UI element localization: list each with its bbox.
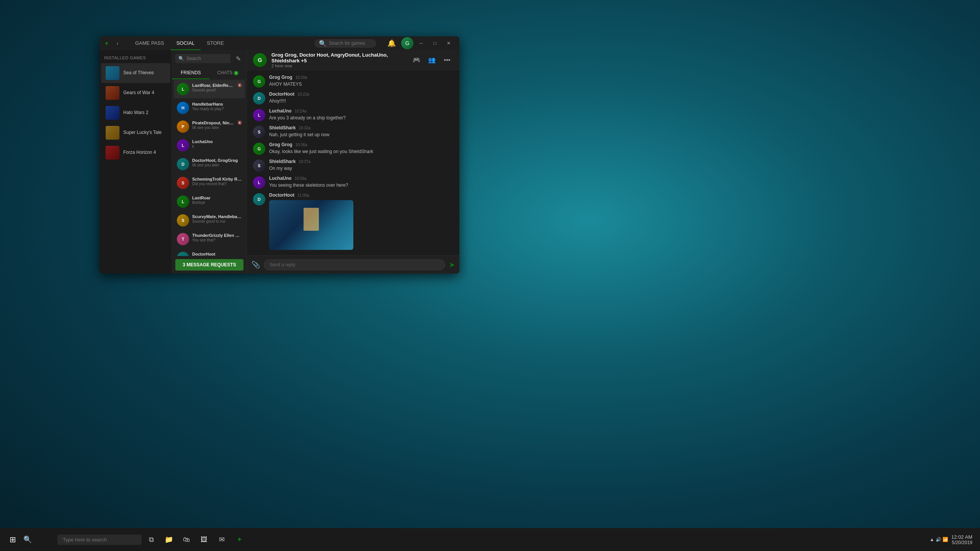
- game-thumb-hw: [106, 106, 119, 120]
- photos-icon[interactable]: 🖼: [196, 531, 212, 548]
- chat-item-name: PirateDropout, Ninjalchi: [192, 121, 234, 125]
- message-sender: DoctorHoot: [269, 91, 294, 97]
- chat-item-preview: You ready to play?: [192, 107, 242, 111]
- taskbar-search-input[interactable]: [57, 535, 142, 545]
- message-header: DoctorHoot 11:00a: [269, 192, 453, 198]
- list-item[interactable]: D DoctorHoot, GrogGrog 0k see you later: [174, 155, 245, 173]
- message-time: 10:37a: [299, 160, 310, 164]
- reply-input[interactable]: [264, 259, 445, 270]
- list-item[interactable]: L LastRoar, ElderRed, Grog Grog, H... So…: [174, 80, 245, 98]
- file-explorer-icon[interactable]: 📁: [161, 531, 177, 548]
- message-header: Grog Grog 10:20a: [269, 75, 453, 80]
- message-content: ShieldShark 10:37a On my way: [269, 159, 453, 172]
- back-button[interactable]: ‹: [112, 38, 123, 49]
- message-avatar: L: [253, 109, 265, 121]
- more-options-button[interactable]: •••: [441, 54, 453, 66]
- list-item[interactable]: P PirateDropout, Ninjalchi 0k see you la…: [174, 117, 245, 136]
- notification-bell-icon[interactable]: 🔔: [384, 36, 400, 51]
- list-item[interactable]: L LuchaUno k: [174, 136, 245, 155]
- maximize-button[interactable]: □: [429, 38, 441, 49]
- chat-avatar: S: [177, 177, 189, 189]
- sidebar-item-halo-wars[interactable]: Halo Wars 2: [101, 103, 170, 123]
- xbox-app-window: ✦ ‹ GAME PASS SOCIAL STORE 🔍 🔔 G ─ □ ✕ I…: [100, 36, 459, 274]
- taskbar-clock: 12:02 AM 5/20/2019: [951, 534, 972, 545]
- chat-item-name: ScurvyMate, HandlebarHans, Last... +5: [192, 214, 242, 219]
- message-group: D DoctorHoot 11:00a: [253, 192, 453, 250]
- search-bar[interactable]: 🔍: [315, 39, 376, 47]
- tab-store[interactable]: STORE: [201, 36, 230, 50]
- taskview-icon[interactable]: ⧉: [143, 531, 159, 548]
- game-thumb-gow: [106, 86, 119, 100]
- message-group: G Grog Grog 10:36a Okay, looks like we j…: [253, 142, 453, 155]
- message-requests-button[interactable]: 3 MESSAGE REQUESTS: [175, 259, 243, 271]
- message-sender: Grog Grog: [269, 142, 292, 147]
- chat-item-name: DoctorHoot, GrogGrog: [192, 158, 242, 163]
- chat-group-avatar: G: [253, 53, 267, 67]
- chat-item-content: SchemingTroll Kirby Raley Did you record…: [192, 177, 242, 186]
- message-group: S ShieldShark 10:32a Nah, just getting i…: [253, 125, 453, 138]
- tab-social[interactable]: SOCIAL: [170, 36, 201, 50]
- chat-item-name: LastRoar, ElderRed, Grog Grog, H...: [192, 83, 234, 88]
- compose-button[interactable]: ✎: [233, 53, 243, 64]
- tab-game-pass[interactable]: GAME PASS: [129, 36, 170, 50]
- profile-avatar[interactable]: G: [401, 37, 413, 49]
- message-time: 10:20a: [296, 75, 307, 80]
- message-text: On my way: [269, 165, 453, 172]
- chat-search-wrap[interactable]: 🔍: [175, 54, 230, 63]
- chat-status: 2 here now: [271, 64, 406, 68]
- taskbar-search-icon[interactable]: 🔍: [22, 531, 33, 548]
- message-time: 11:00a: [297, 193, 309, 197]
- sidebar-item-sea-of-thieves[interactable]: Sea of Thieves: [101, 63, 170, 83]
- store-icon[interactable]: 🛍: [178, 531, 194, 548]
- game-name-gow: Gears of War 4: [123, 90, 154, 96]
- tab-chats[interactable]: CHATS5: [209, 67, 247, 79]
- chat-title: Grog Grog, Doctor Hoot, AngryDonut, Luch…: [271, 52, 406, 64]
- game-invite-button[interactable]: 🎮: [410, 54, 423, 66]
- sidebar-item-super-lucky[interactable]: Super Lucky's Tale: [101, 123, 170, 143]
- message-avatar: G: [253, 143, 265, 155]
- app-body: Installed Games Sea of Thieves Gears of …: [100, 50, 459, 274]
- group-members-button[interactable]: 👥: [426, 54, 438, 66]
- message-avatar: L: [253, 176, 265, 189]
- sidebar-item-gears-of-war[interactable]: Gears of War 4: [101, 83, 170, 103]
- chat-search-input[interactable]: [186, 56, 227, 61]
- tab-friends[interactable]: FRIENDS: [172, 67, 209, 79]
- chat-item-preview: 0k see you later: [192, 163, 242, 167]
- game-thumb-fh: [106, 146, 119, 160]
- game-name-sot: Sea of Thieves: [123, 70, 154, 76]
- chat-item-name: HandlebarHans: [192, 102, 242, 106]
- list-item[interactable]: L LastRoar Buhhye: [174, 192, 245, 211]
- taskbar: ⊞ 🔍 ⧉ 📁 🛍 🖼 ✉ ✦ ▲ 🔊 📶 12:02 AM 5/20/2019: [0, 528, 980, 551]
- message-content: LuchaUno 10:58a You seeing these skeleto…: [269, 176, 453, 189]
- list-item[interactable]: T ThunderGrizzly Ellen Haynes You see th…: [174, 230, 245, 248]
- sidebar-item-forza[interactable]: Forza Horizon 4: [101, 143, 170, 163]
- list-item[interactable]: D DoctorHoot Never skip leg day: [174, 249, 245, 256]
- chat-search-bar: 🔍 ✎: [172, 50, 247, 67]
- message-time: 10:32a: [299, 126, 310, 130]
- message-header: LuchaUno 10:24a: [269, 108, 453, 114]
- message-sender: LuchaUno: [269, 176, 292, 181]
- chat-item-content: ThunderGrizzly Ellen Haynes You see that…: [192, 233, 242, 242]
- close-button[interactable]: ✕: [443, 38, 455, 49]
- search-input[interactable]: [329, 41, 372, 46]
- send-button[interactable]: ➤: [449, 261, 455, 269]
- list-item[interactable]: S ScurvyMate, HandlebarHans, Last... +5 …: [174, 211, 245, 230]
- minimize-button[interactable]: ─: [415, 38, 427, 49]
- attach-button[interactable]: 📎: [252, 261, 260, 269]
- list-item[interactable]: H HandlebarHans You ready to play?: [174, 99, 245, 117]
- chat-item-content: PirateDropout, Ninjalchi 0k see you late…: [192, 121, 234, 130]
- chat-item-preview: Sounds good!: [192, 88, 234, 92]
- muted-icon: 🔇: [237, 83, 242, 87]
- mail-icon[interactable]: ✉: [214, 531, 230, 548]
- xbox-taskbar-icon[interactable]: ✦: [231, 531, 247, 548]
- list-item[interactable]: S SchemingTroll Kirby Raley Did you reco…: [174, 174, 245, 192]
- reply-bar: 📎 ➤: [247, 255, 459, 274]
- start-button[interactable]: ⊞: [5, 531, 21, 548]
- message-text: Ahoy!!!!!: [269, 98, 453, 104]
- chat-list-panel: 🔍 ✎ FRIENDS CHATS5 L LastRoar, ElderRed,…: [172, 50, 247, 274]
- window-controls: 🔔 G ─ □ ✕: [384, 36, 455, 51]
- chat-list: L LastRoar, ElderRed, Grog Grog, H... So…: [172, 80, 247, 256]
- chat-item-content: HandlebarHans You ready to play?: [192, 102, 242, 111]
- chat-item-preview: 0k see you later: [192, 126, 234, 130]
- chat-header: G Grog Grog, Doctor Hoot, AngryDonut, Lu…: [247, 50, 459, 70]
